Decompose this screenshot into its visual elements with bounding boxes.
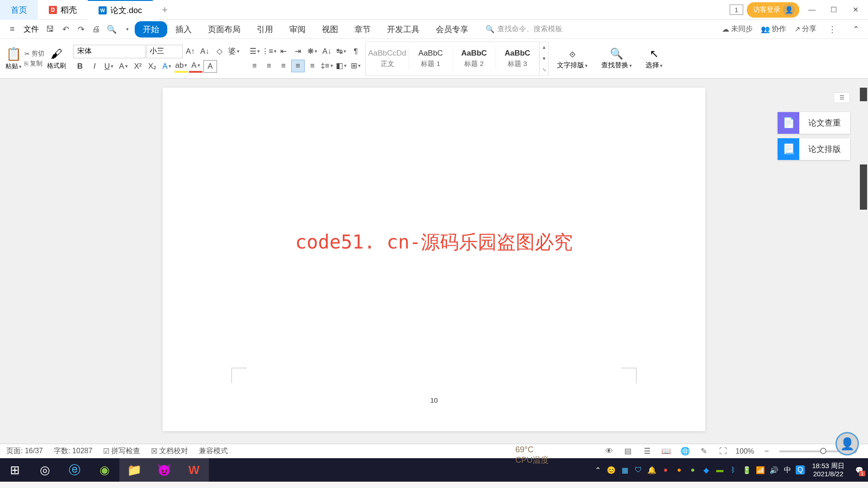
select-button[interactable]: ↖ 选择 — [640, 47, 668, 70]
assistant-avatar[interactable]: 👤 — [835, 432, 859, 455]
task-explorer[interactable]: 📁 — [119, 458, 149, 482]
format-brush-button[interactable]: 🖌 格式刷 — [47, 47, 66, 70]
spellcheck-button[interactable]: ☑拼写检查 — [103, 446, 140, 456]
more-icon[interactable]: ⋮ — [825, 22, 840, 37]
border-button[interactable]: ⊞ — [349, 60, 363, 72]
word-count[interactable]: 字数: 10287 — [54, 446, 92, 456]
tray-red-icon[interactable]: ● — [660, 465, 671, 475]
collapse-ribbon-icon[interactable]: ⌃ — [848, 22, 863, 37]
preview-icon[interactable]: 🔍 — [104, 22, 119, 37]
font-color-button[interactable]: A — [189, 60, 203, 73]
menu-reference[interactable]: 引用 — [249, 21, 281, 38]
task-cortana[interactable]: ◎ — [30, 458, 60, 482]
menu-vip[interactable]: 会员专享 — [428, 21, 476, 38]
maximize-button[interactable]: ☐ — [825, 4, 843, 16]
clock[interactable]: 18:53 周日2021/8/22 — [807, 462, 849, 478]
cut-button[interactable]: ✂剪切 — [24, 50, 44, 58]
tab-add[interactable]: + — [153, 4, 177, 16]
collaborate-button[interactable]: 👥协作 — [761, 24, 786, 34]
tray-app-icon[interactable]: ▦ — [619, 465, 630, 475]
page[interactable]: code51. cn-源码乐园盗图必究 10 — [163, 88, 705, 431]
align-left-button[interactable]: ≡ — [248, 60, 261, 72]
page-view-icon[interactable]: ▤ — [622, 446, 634, 457]
phonetic-icon[interactable]: 婆 — [227, 45, 241, 58]
align-right-button[interactable]: ≡ — [277, 60, 290, 72]
decrease-font-icon[interactable]: A↓ — [198, 45, 212, 58]
menu-pagelayout[interactable]: 页面布局 — [200, 21, 249, 38]
read-view-icon[interactable]: 📖 — [660, 446, 672, 457]
zoom-thumb[interactable] — [820, 448, 826, 454]
proofing-button[interactable]: ☒文档校对 — [151, 446, 188, 456]
tray-emoji-icon[interactable]: 😊 — [606, 465, 617, 475]
increase-font-icon[interactable]: A↑ — [184, 45, 197, 58]
wifi-icon[interactable]: 📶 — [755, 465, 766, 475]
style-gallery[interactable]: AaBbCcDd正文 AaBbC标题 1 AaBbC标题 2 AaBbC标题 3… — [365, 42, 549, 76]
style-normal[interactable]: AaBbCcDd正文 — [366, 46, 409, 71]
minimize-button[interactable]: — — [803, 4, 821, 16]
tab-home[interactable]: 首页 — [0, 0, 38, 20]
font-name-select[interactable] — [73, 45, 146, 58]
tray-green-icon[interactable]: ● — [687, 465, 698, 475]
highlight-button[interactable]: ab — [175, 60, 188, 73]
side-toggle[interactable]: ☰ — [834, 92, 850, 103]
tray-orange-icon[interactable]: ● — [674, 465, 684, 475]
find-replace-button[interactable]: 🔍 查找替换 — [596, 47, 637, 70]
tray-bell-icon[interactable]: 🔔 — [646, 465, 657, 475]
tray-nvidia-icon[interactable]: ▬ — [714, 465, 725, 475]
eye-icon[interactable]: 👁 — [603, 446, 615, 457]
line-spacing-button[interactable]: ‡≡ — [320, 60, 334, 72]
italic-button[interactable]: I — [88, 60, 101, 73]
fit-icon[interactable]: ⛶ — [717, 446, 729, 457]
web-view-icon[interactable]: 🌐 — [679, 446, 691, 457]
menu-devtools[interactable]: 开发工具 — [379, 21, 428, 38]
paste-button[interactable]: 📋 粘贴 — [5, 47, 22, 70]
tab-button[interactable]: ↹ — [335, 45, 348, 58]
tray-up-icon[interactable]: ⌃ — [592, 465, 603, 475]
task-browser[interactable]: ◉ — [90, 458, 119, 482]
edit-icon[interactable]: ✎ — [698, 446, 710, 457]
tray-blue-icon[interactable]: ◆ — [701, 465, 712, 475]
tab-daoke[interactable]: D稻壳 — [38, 0, 88, 20]
bullets-button[interactable]: ☰ — [248, 45, 261, 58]
style-up-icon[interactable]: ▲ — [539, 42, 548, 53]
subscript-button[interactable]: X₂ — [146, 60, 159, 73]
copy-button[interactable]: ⎘复制 — [24, 60, 44, 68]
menu-view[interactable]: 视图 — [314, 21, 346, 38]
bold-button[interactable]: B — [73, 60, 87, 73]
zoom-level[interactable]: 100% — [736, 447, 754, 455]
battery-icon[interactable]: 🔋 — [741, 465, 752, 475]
undo-icon[interactable]: ↶ — [58, 22, 73, 37]
quickaccess-dropdown[interactable] — [119, 22, 135, 37]
numbering-button[interactable]: ⋮≡ — [262, 45, 276, 58]
superscript-button[interactable]: X² — [131, 60, 145, 73]
show-marks-button[interactable]: ¶ — [349, 45, 363, 58]
tray-q-icon[interactable]: Q — [796, 465, 805, 474]
char-border-button[interactable]: A — [203, 60, 217, 73]
sort-button[interactable]: A↓ — [320, 45, 334, 58]
file-menu[interactable]: 文件 — [20, 24, 42, 34]
clear-format-icon[interactable]: ◇ — [212, 45, 226, 58]
style-down-icon[interactable]: ▼ — [539, 53, 548, 64]
outline-view-icon[interactable]: ☰ — [641, 446, 653, 457]
menu-review[interactable]: 审阅 — [281, 21, 314, 38]
align-center-button[interactable]: ≡ — [262, 60, 276, 72]
save-icon[interactable]: 🖫 — [42, 22, 58, 37]
decrease-indent-button[interactable]: ⇤ — [277, 45, 290, 58]
close-button[interactable]: ✕ — [846, 4, 864, 16]
style-h1[interactable]: AaBbC标题 1 — [409, 46, 453, 71]
vertical-scrollbar[interactable] — [859, 79, 868, 444]
notification-center[interactable]: 💬1 — [852, 461, 866, 479]
underline-button[interactable]: U — [102, 60, 116, 73]
zoom-out-button[interactable]: − — [760, 446, 773, 457]
increase-indent-button[interactable]: ⇥ — [291, 45, 305, 58]
menu-insert[interactable]: 插入 — [167, 21, 200, 38]
style-expand-icon[interactable]: ⤡ — [539, 64, 548, 75]
tray-shield-icon[interactable]: 🛡 — [633, 465, 644, 475]
distribute-button[interactable]: ≡ — [306, 60, 319, 72]
share-button[interactable]: ↗分享 — [794, 24, 816, 34]
volume-icon[interactable]: 🔊 — [769, 465, 779, 475]
shading-button[interactable]: ◧ — [335, 60, 348, 72]
command-search[interactable]: 🔍查找命令、搜索模板 — [486, 24, 562, 34]
sync-status[interactable]: ☁未同步 — [722, 24, 753, 34]
task-wps[interactable]: W — [179, 458, 209, 482]
